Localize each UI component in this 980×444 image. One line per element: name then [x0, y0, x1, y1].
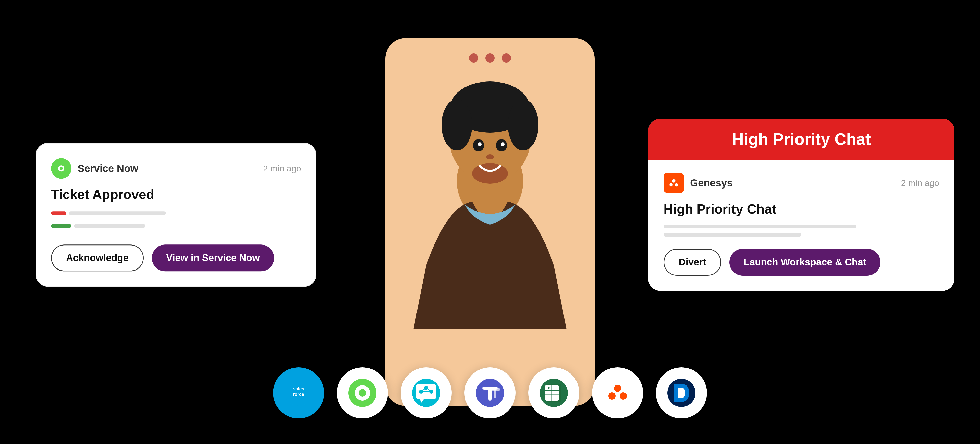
- card-right-subheader: Genesys 2 min ago: [663, 173, 939, 193]
- time-ago-right: 2 min ago: [901, 178, 939, 188]
- svg-point-13: [60, 167, 63, 170]
- svg-point-8: [478, 142, 482, 146]
- dot-1: [469, 53, 478, 62]
- progress-bar-gray-r1: [663, 225, 856, 228]
- svg-point-9: [501, 142, 504, 146]
- card-right-header-left: Genesys: [663, 173, 733, 193]
- app-name-servicenow: Service Now: [78, 163, 138, 174]
- svg-point-47: [608, 392, 616, 399]
- teams-chat-icon-circle: [401, 367, 452, 418]
- progress-bar-green: [51, 224, 72, 228]
- card-actions-right: Divert Launch Workspace & Chat: [663, 249, 939, 276]
- scene: Service Now 2 min ago Ticket Approved Ac…: [0, 0, 980, 444]
- card-right-body: Genesys 2 min ago High Priority Chat Div…: [648, 160, 955, 291]
- progress-lines-left: [51, 211, 301, 232]
- servicenow-icon: [51, 158, 72, 179]
- progress-bar-red: [51, 211, 66, 215]
- svg-point-17: [675, 183, 678, 187]
- card-actions-left: Acknowledge View in Service Now: [51, 244, 301, 271]
- card-title-left: Ticket Approved: [51, 187, 301, 202]
- svg-text:sales: sales: [293, 386, 304, 391]
- svg-point-3: [442, 99, 472, 150]
- time-ago-left: 2 min ago: [263, 163, 301, 174]
- ms-teams-icon-circle: [465, 367, 515, 418]
- card-right-subtitle: High Priority Chat: [663, 201, 939, 217]
- progress-bar-gray-1: [69, 211, 166, 215]
- dynamics-icon-circle: [656, 367, 707, 418]
- svg-point-48: [620, 392, 627, 399]
- svg-point-46: [614, 385, 621, 392]
- high-priority-chat-card: High Priority Chat Genesys 2 min ago: [648, 118, 955, 291]
- progress-row-2: [51, 224, 301, 232]
- genesys-icon: [663, 173, 684, 193]
- excel-icon-circle: X: [528, 367, 579, 418]
- svg-point-10: [486, 154, 494, 160]
- svg-rect-14: [667, 176, 680, 190]
- progress-lines-right: [663, 225, 939, 236]
- high-priority-chat-title: High Priority Chat: [732, 130, 871, 149]
- card-header: Service Now 2 min ago: [51, 158, 301, 179]
- svg-point-4: [508, 99, 538, 150]
- view-in-servicenow-button[interactable]: View in Service Now: [152, 244, 274, 271]
- svg-point-45: [604, 379, 632, 407]
- genesys-icon-circle: [592, 367, 643, 418]
- service-now-card: Service Now 2 min ago Ticket Approved Ac…: [36, 143, 317, 287]
- app-name-genesys: Genesys: [690, 177, 733, 189]
- svg-point-16: [670, 183, 673, 187]
- svg-point-5: [472, 163, 508, 184]
- progress-bar-gray-r2: [663, 233, 801, 236]
- progress-bar-gray-2: [74, 224, 145, 228]
- acknowledge-button[interactable]: Acknowledge: [51, 244, 144, 271]
- servicenow-icon-circle: [337, 367, 388, 418]
- avatar-card: [385, 38, 595, 406]
- svg-point-23: [359, 389, 366, 397]
- card-right-header: High Priority Chat: [648, 118, 955, 160]
- dot-3: [502, 53, 511, 62]
- launch-workspace-button[interactable]: Launch Workspace & Chat: [729, 249, 881, 276]
- avatar-dots: [469, 53, 511, 62]
- card-header-left: Service Now: [51, 158, 138, 179]
- integration-icons-row: sales force: [273, 367, 707, 418]
- svg-rect-37: [494, 388, 496, 398]
- progress-row-1: [51, 211, 301, 219]
- salesforce-icon-circle: sales force: [273, 367, 324, 418]
- dot-2: [485, 53, 495, 62]
- divert-button[interactable]: Divert: [663, 249, 721, 276]
- svg-text:force: force: [293, 392, 304, 397]
- svg-text:X: X: [548, 386, 550, 390]
- person-illustration: [401, 74, 579, 406]
- svg-point-15: [672, 179, 676, 183]
